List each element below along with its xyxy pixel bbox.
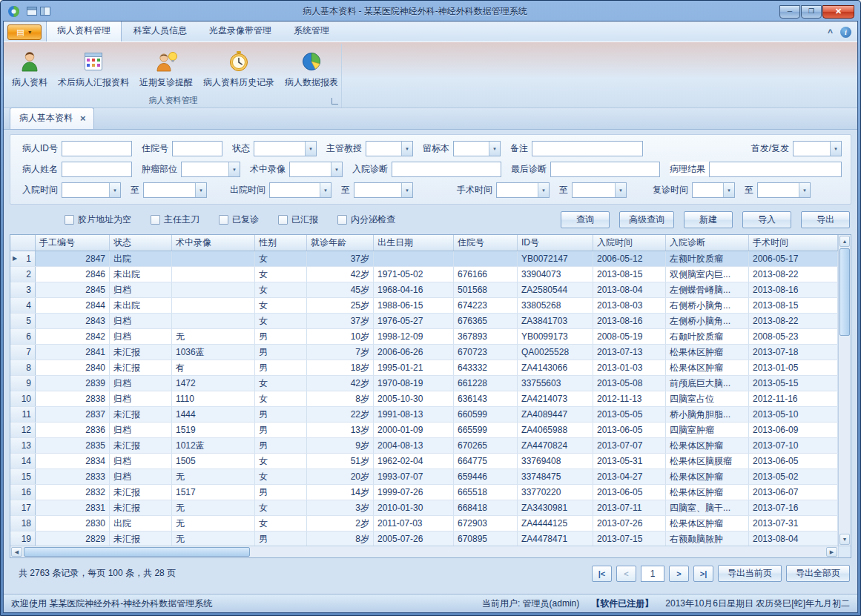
grid-cell[interactable]: 2831 [36,500,110,515]
grid-cell[interactable]: 2006-05-12 [593,251,666,266]
export-all-pages-button[interactable]: 导出全部页 [786,565,850,582]
filter-checkbox-2[interactable]: 已复诊 [219,213,259,226]
grid-cell[interactable]: 2013-07-16 [749,500,838,515]
filter-input-final-diagnosis[interactable] [550,162,660,177]
dropdown-arrow-icon[interactable]: ▼ [331,162,342,176]
grid-cell[interactable]: 右侧桥小脑角... [666,298,749,313]
grid-cell[interactable]: 33748475 [518,469,593,484]
grid-cell[interactable]: 2岁 [307,516,374,531]
grid-cell[interactable]: 女 [255,251,307,266]
grid-cell[interactable]: 女 [255,500,307,515]
grid-cell[interactable]: 2006-05-17 [749,251,838,266]
grid-cell[interactable]: 出院 [110,516,172,531]
grid-cell[interactable]: 前颅底巨大脑... [666,376,749,391]
grid-cell[interactable]: 665599 [454,423,518,437]
grid-cell[interactable]: 2013-06-05 [593,423,666,437]
grid-cell[interactable]: ZA3841703 [518,314,593,328]
grid-cell[interactable]: 1444 [172,407,255,422]
grid-cell[interactable]: 2845 [36,282,110,297]
grid-cell[interactable]: 1505 [172,454,255,468]
dropdown-arrow-icon[interactable]: ▼ [723,183,734,197]
grid-cell[interactable]: 670895 [454,531,518,546]
grid-cell[interactable] [172,298,255,313]
row-indicator[interactable]: 6 [10,329,36,344]
grid-cell[interactable]: 右颞叶胶质瘤 [666,329,749,344]
grid-cell[interactable]: 1971-05-02 [374,267,454,282]
grid-cell[interactable]: 男 [255,407,307,422]
grid-cell[interactable]: 松果体区肿瘤 [666,485,749,500]
row-indicator[interactable]: 5 [10,314,36,328]
grid-cell[interactable]: 2013-04-27 [593,469,666,484]
grid-cell[interactable] [172,267,255,282]
ribbon-button-followup-reminder[interactable]: 近期复诊提醒 [134,46,198,91]
filter-input-admission-diagnosis[interactable] [392,162,501,177]
grid-cell[interactable]: 2829 [36,531,110,546]
grid-cell[interactable]: 2010-01-30 [374,500,454,515]
grid-cell[interactable]: ZA4478471 [518,531,593,546]
grid-cell[interactable]: 松果体区肿瘤 [666,360,749,375]
grid-row[interactable]: 182830出院无女2岁2011-07-03672903ZA4444125201… [10,516,838,531]
grid-cell[interactable]: 左侧蝶骨嵴脑... [666,282,749,297]
grid-cell[interactable]: 18岁 [307,360,374,375]
grid-cell[interactable]: 2840 [36,360,110,375]
ribbon-tab-department-staff[interactable]: 科室人员信息 [123,21,197,42]
horizontal-scroll-track[interactable] [23,546,825,557]
grid-row[interactable]: 52843归档女37岁1976-05-27676365ZA38417032013… [10,314,838,329]
grid-cell[interactable]: 归档 [110,469,172,484]
grid-cell[interactable]: 37岁 [307,314,374,328]
grid-row[interactable]: 102838归档1110女8岁2005-10-30636143ZA4214073… [10,391,838,407]
grid-cell[interactable]: 33769408 [518,454,593,468]
grid-row[interactable]: 62842归档无男10岁1998-12-09367893YB0099173200… [10,329,838,345]
grid-cell[interactable]: 2013-07-07 [593,438,666,453]
grid-cell[interactable]: 无 [172,516,255,531]
grid-cell[interactable]: 2835 [36,438,110,453]
grid-cell[interactable]: 2013-08-22 [749,314,838,328]
grid-cell[interactable]: 668418 [454,500,518,515]
grid-cell[interactable]: 672903 [454,516,518,531]
row-indicator[interactable]: 18 [10,516,36,531]
grid-cell[interactable]: 双侧脑室内巨... [666,267,749,282]
grid-cell[interactable]: ZA4065988 [518,423,593,437]
grid-cell[interactable]: ZA4214073 [518,391,593,406]
grid-cell[interactable]: YB0099173 [518,329,593,344]
filter-input-patient-id[interactable] [62,141,132,156]
dialog-launcher-icon[interactable] [331,98,338,105]
grid-cell[interactable]: 未出院 [110,267,172,282]
row-indicator[interactable]: 8 [10,360,36,375]
grid-cell[interactable]: 1012蓝 [172,438,255,453]
filter-input-admission-no[interactable] [172,141,222,156]
grid-cell[interactable]: 2000-01-09 [374,423,454,437]
dropdown-arrow-icon[interactable]: ▼ [305,142,316,156]
grid-row[interactable]: 122836归档1519男13岁2000-01-09665599ZA406598… [10,423,838,438]
grid-cell[interactable]: 桥小脑角胆脂... [666,407,749,422]
grid-cell[interactable] [172,314,255,328]
grid-cell[interactable]: 2006-06-26 [374,345,454,360]
grid-row[interactable]: 32845归档女45岁1968-04-16501568ZA25805442013… [10,282,838,298]
grid-cell[interactable]: 男 [255,345,307,360]
grid-cell[interactable]: 2013-08-16 [749,282,838,297]
scroll-up-icon[interactable]: ▲ [839,236,850,247]
checkbox-icon[interactable] [65,215,74,225]
grid-cell[interactable]: 9岁 [307,438,374,453]
grid-cell[interactable]: 10岁 [307,329,374,344]
grid-cell[interactable]: 20岁 [307,469,374,484]
grid-cell[interactable]: 女 [255,391,307,406]
ribbon-tab-patient-management[interactable]: 病人资料管理 [46,21,122,42]
grid-cell[interactable]: 2013-08-04 [749,531,838,546]
grid-cell[interactable]: 674223 [454,298,518,313]
tab-close-icon[interactable]: × [80,114,86,122]
ribbon-button-data-report[interactable]: 病人数据报表 [280,46,343,91]
filter-combo-professor[interactable]: ▼ [366,141,413,156]
close-button[interactable]: ✕ [822,5,854,19]
grid-cell[interactable]: 2013-06-09 [749,423,838,437]
export-current-page-button[interactable]: 导出当前页 [718,565,782,582]
grid-cell[interactable]: 676166 [454,267,518,282]
grid-cell[interactable]: 2013-05-15 [749,376,838,391]
grid-cell[interactable]: 未汇报 [110,438,172,453]
grid-cell[interactable]: 松果体区肿瘤 [666,516,749,531]
dropdown-arrow-icon[interactable]: ▼ [320,183,331,197]
grid-row[interactable]: 112837未汇报1444男22岁1991-08-13660599ZA40894… [10,407,838,423]
grid-cell[interactable]: 无 [172,469,255,484]
grid-cell[interactable]: 1988-06-15 [374,298,454,313]
grid-cell[interactable]: 2844 [36,298,110,313]
